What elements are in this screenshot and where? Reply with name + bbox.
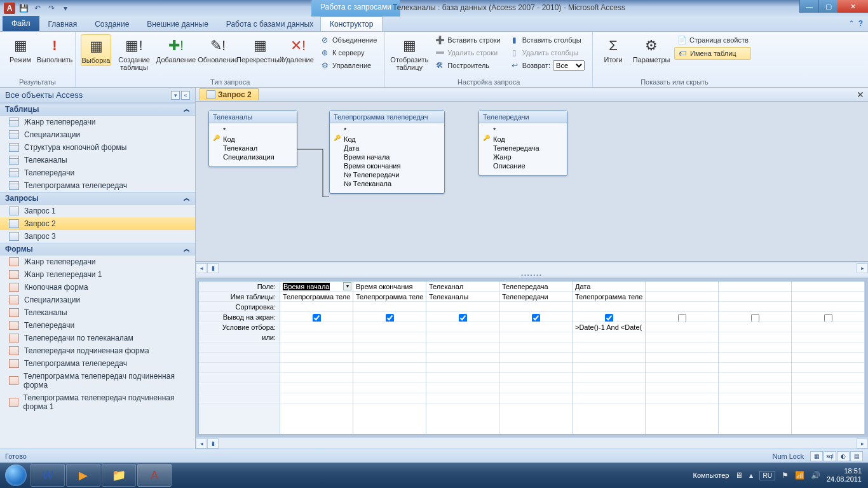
table-cell[interactable] bbox=[719, 292, 791, 302]
or-cell[interactable] bbox=[573, 363, 645, 373]
or-cell[interactable] bbox=[792, 332, 864, 342]
field-cell[interactable]: Телеканал bbox=[426, 281, 499, 292]
scroll-grip-icon[interactable]: ▮ bbox=[207, 263, 219, 273]
field-row[interactable]: № Телеканала bbox=[335, 179, 439, 188]
or-cell[interactable] bbox=[792, 342, 864, 353]
criteria-cell[interactable] bbox=[280, 322, 353, 332]
or-cell[interactable] bbox=[499, 383, 572, 393]
tab-design[interactable]: Конструктор bbox=[320, 17, 383, 31]
nav-item[interactable]: Специализации bbox=[0, 294, 195, 306]
qat-dropdown-icon[interactable]: ▾ bbox=[60, 3, 71, 14]
redo-icon[interactable]: ↷ bbox=[46, 3, 57, 14]
or-cell[interactable] bbox=[719, 332, 791, 342]
nav-item[interactable]: Телепередачи bbox=[0, 166, 195, 179]
or-cell[interactable] bbox=[280, 393, 353, 403]
nav-item[interactable]: Телепередачи bbox=[0, 319, 195, 332]
table-cell[interactable]: Телеканалы bbox=[426, 292, 499, 302]
table-box-teleprogramma[interactable]: Телепрограмма телепередач * Код Дата Вре… bbox=[329, 111, 445, 194]
or-cell[interactable] bbox=[792, 383, 864, 393]
nav-collapse-icon[interactable]: « bbox=[181, 91, 190, 100]
totals-button[interactable]: ΣИтоги bbox=[598, 34, 628, 65]
table-cell[interactable]: Телепередачи bbox=[499, 292, 572, 302]
table-names-button[interactable]: 🏷Имена таблиц bbox=[674, 47, 751, 60]
nav-item[interactable]: Жанр телепередачи 1 bbox=[0, 268, 195, 281]
scroll-left-icon[interactable]: ◂ bbox=[196, 263, 207, 273]
or-cell[interactable] bbox=[646, 353, 718, 363]
return-button[interactable]: ↩Возврат: Все bbox=[507, 60, 587, 71]
nav-item[interactable]: Структура кнопочной формы bbox=[0, 141, 195, 154]
or-cell[interactable] bbox=[280, 383, 353, 393]
show-cell[interactable] bbox=[499, 312, 572, 322]
scroll-left-icon[interactable]: ◂ bbox=[196, 438, 207, 449]
or-cell[interactable] bbox=[499, 353, 572, 363]
or-cell[interactable] bbox=[792, 393, 864, 403]
field-cell[interactable]: Время окончания bbox=[353, 281, 426, 292]
or-cell[interactable] bbox=[646, 342, 718, 353]
close-button[interactable]: ✕ bbox=[837, 0, 868, 13]
save-icon[interactable]: 💾 bbox=[18, 3, 29, 14]
or-cell[interactable] bbox=[646, 373, 718, 383]
builder-button[interactable]: 🛠Построитель bbox=[432, 60, 503, 71]
or-cell[interactable] bbox=[353, 332, 426, 342]
or-cell[interactable] bbox=[353, 342, 426, 353]
field-row[interactable]: Телепередача bbox=[484, 144, 562, 152]
criteria-cell[interactable] bbox=[499, 322, 572, 332]
show-checkbox[interactable] bbox=[751, 314, 759, 322]
show-checkbox[interactable] bbox=[824, 314, 832, 322]
sort-cell[interactable] bbox=[573, 302, 645, 312]
or-cell[interactable] bbox=[719, 373, 791, 383]
or-cell[interactable] bbox=[353, 353, 426, 363]
or-cell[interactable] bbox=[280, 332, 353, 342]
datasheet-view-icon[interactable]: ▦ bbox=[810, 451, 823, 461]
delete-columns-button[interactable]: ▯Удалить столбцы bbox=[507, 47, 587, 58]
field-row[interactable]: Специализация bbox=[214, 152, 292, 161]
or-cell[interactable] bbox=[573, 373, 645, 383]
design-view-icon[interactable]: ◐ bbox=[837, 451, 850, 461]
nav-item[interactable]: Специализации bbox=[0, 128, 195, 141]
field-row[interactable]: Описание bbox=[484, 161, 562, 170]
or-cell[interactable] bbox=[719, 353, 791, 363]
taskbar-word-button[interactable]: W bbox=[31, 464, 65, 487]
show-cell[interactable] bbox=[646, 312, 718, 322]
show-cell[interactable] bbox=[353, 312, 426, 322]
property-sheet-button[interactable]: 📄Страница свойств bbox=[674, 34, 751, 46]
tray-flag-icon[interactable]: ⚑ bbox=[782, 471, 789, 480]
field-cell[interactable] bbox=[719, 281, 791, 292]
nav-item[interactable]: Телепрограмма телепередач bbox=[0, 357, 195, 370]
data-definition-button[interactable]: ⚙Управление bbox=[317, 60, 379, 71]
or-cell[interactable] bbox=[719, 393, 791, 403]
make-table-button[interactable]: ▦!Создание таблицы bbox=[115, 34, 153, 72]
delete-rows-button[interactable]: ➖Удалить строки bbox=[432, 47, 503, 58]
table-box-teleperedachi[interactable]: Телепередачи * Код Телепередача Жанр Опи… bbox=[478, 111, 567, 176]
field-row[interactable]: * bbox=[335, 126, 439, 135]
dropdown-icon[interactable]: ▾ bbox=[343, 282, 351, 290]
nav-item[interactable]: Телепередачи подчиненная форма bbox=[0, 344, 195, 357]
nav-item[interactable]: Жанр телепередачи bbox=[0, 255, 195, 268]
show-table-button[interactable]: ▦Отобразить таблицу bbox=[390, 34, 428, 72]
return-select[interactable]: Все bbox=[553, 60, 585, 71]
delete-query-button[interactable]: ✕!Удаление bbox=[283, 34, 313, 65]
maximize-button[interactable]: ▢ bbox=[818, 0, 837, 13]
field-row[interactable]: Телеканал bbox=[214, 144, 292, 152]
grid-hscroll[interactable]: ◂▮▸ bbox=[196, 437, 868, 449]
nav-header[interactable]: Все объекты Access ▾« bbox=[0, 88, 195, 103]
or-cell[interactable] bbox=[353, 363, 426, 373]
tray-network-icon[interactable]: 🖥 bbox=[735, 471, 743, 480]
nav-item[interactable]: Телеканалы bbox=[0, 306, 195, 319]
table-cell[interactable]: Телепрограмма теле bbox=[353, 292, 426, 302]
table-diagram[interactable]: Телеканалы * Код Телеканал Специализация… bbox=[196, 102, 868, 262]
show-checkbox[interactable] bbox=[532, 314, 540, 322]
tab-file[interactable]: Файл bbox=[3, 16, 39, 31]
field-cell[interactable] bbox=[646, 281, 718, 292]
splitter[interactable] bbox=[196, 273, 868, 278]
nav-search-dropdown-icon[interactable]: ▾ bbox=[171, 91, 180, 100]
run-button[interactable]: !Выполнить bbox=[39, 34, 70, 65]
or-cell[interactable] bbox=[426, 332, 499, 342]
sort-cell[interactable] bbox=[792, 302, 864, 312]
or-cell[interactable] bbox=[353, 383, 426, 393]
scroll-grip-icon[interactable]: ▮ bbox=[207, 438, 219, 449]
sort-cell[interactable] bbox=[353, 302, 426, 312]
or-cell[interactable] bbox=[573, 342, 645, 353]
sql-view-icon[interactable]: sql bbox=[824, 451, 836, 461]
or-cell[interactable] bbox=[573, 383, 645, 393]
